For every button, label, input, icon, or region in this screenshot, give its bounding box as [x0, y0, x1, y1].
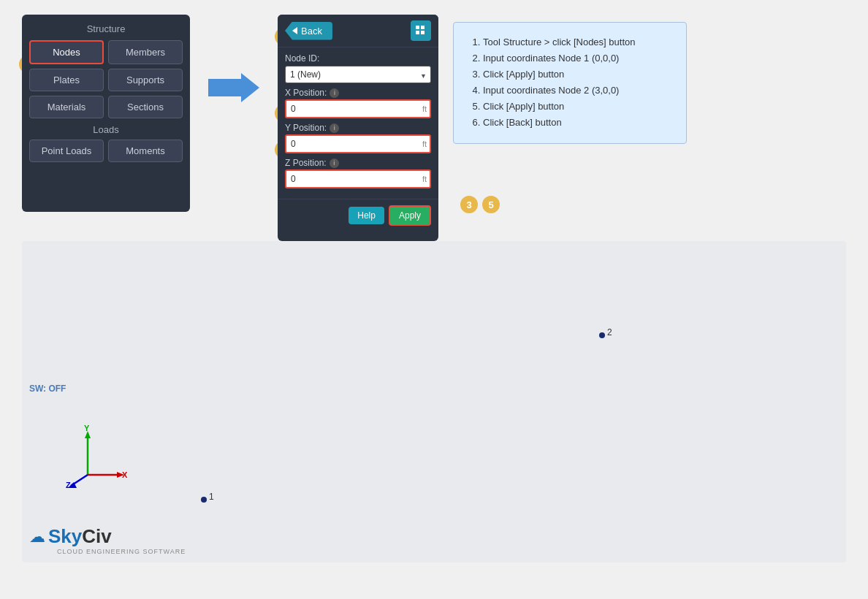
supports-button[interactable]: Supports — [108, 69, 183, 91]
back-arrow-icon — [292, 27, 297, 34]
z-position-input[interactable] — [285, 169, 431, 188]
node-1-dot — [201, 497, 207, 503]
instructions-box: Tool Structure > click [Nodes] button In… — [453, 22, 687, 144]
badge-5: 5 — [482, 196, 500, 213]
structure-buttons: Nodes Members Plates Supports Materials … — [29, 40, 183, 118]
svg-text:Z: Z — [66, 481, 71, 489]
back-button[interactable]: Back — [285, 22, 332, 40]
cloud-icon: ☁ — [29, 527, 45, 546]
skyciv-logo: ☁ SkyCiv Cloud Engineering Software — [29, 525, 186, 555]
z-input-wrap: ft — [285, 169, 431, 188]
y-input-wrap: ft — [285, 134, 431, 153]
structure-panel: Structure Nodes Members Plates Supports … — [22, 15, 190, 212]
form-body: Node ID: 1 (New) X Position: i ft Y Pos — [278, 47, 438, 199]
y-unit: ft — [422, 140, 427, 148]
x-info-icon[interactable]: i — [330, 88, 339, 98]
instruction-4: Input coordinates Node 2 (3,0,0) — [483, 83, 671, 99]
right-arrow-icon — [208, 73, 259, 102]
axis-svg: Y X Z — [62, 424, 128, 489]
help-button[interactable]: Help — [349, 207, 384, 224]
sw-label: SW: OFF — [29, 384, 66, 394]
z-position-label: Z Position: — [285, 158, 327, 168]
svg-rect-1 — [416, 26, 419, 29]
x-input-wrap: ft — [285, 99, 431, 118]
node-id-select[interactable]: 1 (New) — [285, 66, 431, 83]
instructions-list: Tool Structure > click [Nodes] button In… — [468, 34, 671, 131]
x-position-field: X Position: i ft — [285, 88, 431, 118]
node-2-label: 2 — [607, 327, 612, 337]
y-position-input[interactable] — [285, 134, 431, 153]
back-label: Back — [301, 26, 322, 37]
node-1-label: 1 — [209, 492, 214, 502]
structure-label: Structure — [29, 23, 183, 34]
logo-main: ☁ SkyCiv — [29, 525, 112, 548]
svg-text:Y: Y — [84, 424, 90, 432]
form-header: Back — [278, 15, 438, 47]
sections-button[interactable]: Sections — [108, 96, 183, 118]
x-position-input[interactable] — [285, 99, 431, 118]
loads-buttons: Point Loads Moments — [29, 140, 183, 162]
apply-button[interactable]: Apply — [389, 205, 431, 226]
arrow-container — [208, 73, 259, 102]
plates-button[interactable]: Plates — [29, 69, 104, 91]
grid-icon — [416, 26, 426, 36]
axis-widget: Y X Z — [62, 424, 128, 489]
members-button[interactable]: Members — [108, 40, 183, 64]
z-unit: ft — [422, 175, 427, 183]
svg-marker-0 — [208, 73, 259, 102]
moments-button[interactable]: Moments — [108, 140, 183, 162]
x-unit: ft — [422, 104, 427, 113]
node-2-dot — [599, 332, 605, 338]
node-form-panel: Back Node ID: 1 (New) X Position — [278, 15, 438, 241]
y-position-label: Y Position: — [285, 123, 327, 133]
svg-rect-3 — [416, 31, 419, 34]
y-position-field: Y Position: i ft — [285, 123, 431, 153]
viewport: SW: OFF 1 2 Y X Z ☁ SkyCiv Cloud Enginee… — [22, 241, 846, 562]
logo-text: SkyCiv — [48, 525, 112, 548]
svg-rect-2 — [421, 26, 425, 29]
z-info-icon[interactable]: i — [330, 159, 339, 168]
instruction-3: Click [Apply] button — [483, 66, 671, 83]
materials-button[interactable]: Materials — [29, 96, 104, 118]
nodes-button[interactable]: Nodes — [29, 40, 104, 64]
svg-rect-4 — [421, 31, 425, 34]
grid-icon-button[interactable] — [411, 20, 431, 41]
node-id-label: Node ID: — [285, 53, 431, 64]
instruction-1: Tool Structure > click [Nodes] button — [483, 34, 671, 50]
instruction-5: Click [Apply] button — [483, 99, 671, 115]
logo-sub: Cloud Engineering Software — [57, 548, 186, 555]
svg-text:X: X — [122, 470, 128, 479]
form-footer: Help Apply — [278, 199, 438, 232]
z-position-field: Z Position: i ft — [285, 158, 431, 188]
y-info-icon[interactable]: i — [330, 123, 339, 133]
badge-3: 3 — [460, 196, 478, 213]
instruction-6: Click [Back] button — [483, 115, 671, 131]
x-position-label: X Position: — [285, 88, 327, 98]
loads-label: Loads — [29, 124, 183, 135]
node-id-select-wrapper: 1 (New) — [285, 66, 431, 88]
point-loads-button[interactable]: Point Loads — [29, 140, 104, 162]
instruction-2: Input coordinates Node 1 (0,0,0) — [483, 50, 671, 66]
